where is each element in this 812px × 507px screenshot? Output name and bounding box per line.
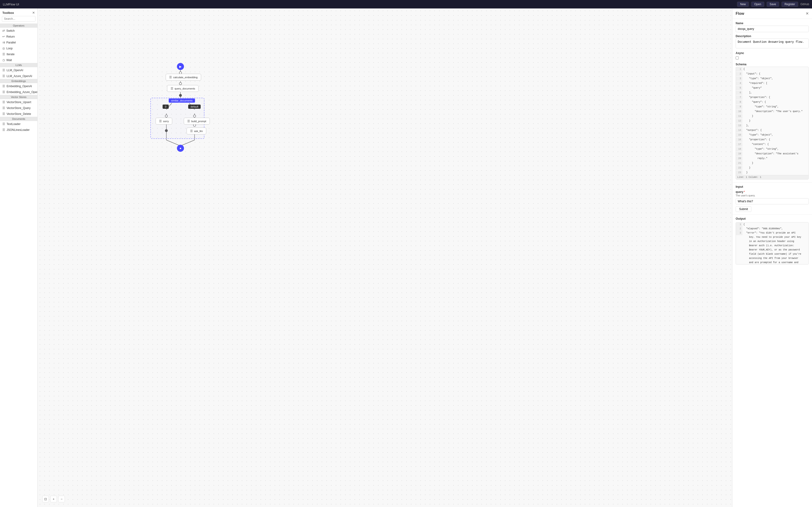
toolbox-item-llm-azure-openai[interactable]: ☰LLM_Azure_OpenAI	[0, 73, 37, 79]
register-button[interactable]: Register	[781, 2, 798, 7]
flow-async-row	[736, 55, 809, 60]
svg-line-17	[166, 140, 180, 146]
new-button[interactable]: New	[737, 2, 749, 7]
llm-azure-openai-icon: ☰	[2, 74, 5, 78]
query-input[interactable]	[736, 198, 809, 205]
toolbox-item-jsonlinesloader[interactable]: ☰JSONLinesLoader	[0, 127, 37, 133]
vectorstore-upsert-icon: ☰	[2, 100, 5, 104]
schema-line-num: 16	[736, 138, 743, 142]
loop-label: Loop	[6, 47, 13, 50]
toolbox-close-button[interactable]: ✕	[32, 11, 35, 14]
node-ask-llm[interactable]: ☰ ask_llm	[186, 127, 206, 134]
schema-line-content: reply."	[743, 157, 768, 161]
node-calculate-embedding[interactable]: ☰ calculate_embedding	[166, 74, 201, 80]
node-similar-documents[interactable]: similar_documents	[169, 99, 195, 103]
github-link[interactable]: GitHub	[801, 3, 809, 6]
node-label: build_prompt	[191, 120, 206, 123]
toolbox-item-vectorstore-delete[interactable]: ☰VectorStore_Delete	[0, 111, 37, 117]
schema-line-num: 4	[736, 81, 743, 86]
schema-line-num: 20	[736, 157, 743, 161]
toolbox-item-loop[interactable]: ◎Loop	[0, 45, 37, 51]
open-button[interactable]: Open	[751, 2, 764, 7]
toolbox-search-input[interactable]	[2, 16, 36, 21]
svg-line-18	[180, 140, 194, 146]
save-button[interactable]: Save	[767, 2, 779, 7]
toolbox-section-embeddings: Embeddings	[0, 79, 37, 83]
canvas-area[interactable]: ▶ ☰ calculate_embedding ☰ query_document…	[38, 8, 732, 507]
main-layout: Toolbox ✕ Operators⇄Switch↩Return⇉Parall…	[0, 8, 812, 507]
input-section: Input query* The user's query. Submit	[732, 182, 812, 214]
flow-desc-textarea[interactable]	[736, 39, 809, 48]
node-label: query_documents	[175, 87, 195, 90]
fit-view-button[interactable]: ⊡	[42, 496, 49, 502]
return-label: Return	[6, 35, 15, 38]
node-branch-default[interactable]: default	[188, 105, 200, 109]
schema-line-content: },	[743, 124, 750, 128]
embedding-openai-label: Embedding_OpenAI	[7, 84, 32, 88]
topbar: LLMFlow UI New Open Save Register GitHub	[0, 0, 812, 8]
toolbox-item-parallel[interactable]: ⇉Parallel	[0, 40, 37, 45]
toolbox-item-textloader[interactable]: ☰TextLoader	[0, 121, 37, 127]
flow-async-label: Async	[736, 51, 809, 55]
node-build-prompt[interactable]: ☰ build_prompt	[184, 118, 210, 124]
schema-line-10: 10 "description": "The user's query."	[736, 109, 808, 114]
schema-line-12: 12 }	[736, 119, 808, 123]
flow-async-checkbox[interactable]	[736, 56, 739, 59]
toolbox-header: Toolbox ✕	[0, 8, 37, 16]
flow-name-label: Name	[736, 21, 809, 25]
switch-icon: ⇄	[2, 29, 5, 33]
vectorstore-delete-label: VectorStore_Delete	[7, 112, 31, 116]
node-query-documents[interactable]: ☰ query_documents	[167, 85, 198, 92]
submit-button[interactable]: Submit	[736, 206, 751, 212]
toolbox-item-vectorstore-upsert[interactable]: ☰VectorStore_Upsert	[0, 99, 37, 105]
schema-line-content: "properties": {	[743, 95, 771, 100]
toolbox-item-iterate[interactable]: ☰Iterate	[0, 51, 37, 57]
schema-line-3: 3 "type": "object",	[736, 76, 808, 81]
schema-line-6: 6 ],	[736, 91, 808, 95]
svg-point-5	[179, 94, 182, 97]
wait-icon: ◷	[2, 58, 5, 62]
schema-line-16: 16 "properties": {	[736, 137, 808, 142]
schema-line-21: 21 }	[736, 161, 808, 166]
toolbox-item-embedding-azure-openai[interactable]: ☰Embedding_Azure_OpenAI	[0, 89, 37, 95]
schema-line-content: "description": "The user's query."	[743, 110, 804, 114]
schema-line-num: 12	[736, 119, 743, 123]
schema-line-num: 15	[736, 133, 743, 137]
schema-editor[interactable]: 1{2 "input": {3 "type": "object",4 "requ…	[736, 67, 809, 179]
flow-panel-close-button[interactable]: ✕	[806, 11, 809, 16]
play-node[interactable]: ▶	[177, 63, 184, 70]
embedding-azure-openai-icon: ☰	[2, 90, 5, 94]
toolbox-item-wait[interactable]: ◷Wait	[0, 57, 37, 63]
flow-connections	[38, 8, 732, 507]
flow-panel-header: Flow ✕	[732, 8, 812, 19]
toolbox-item-return[interactable]: ↩Return	[0, 34, 37, 40]
schema-line-1: 1{	[736, 67, 808, 72]
schema-line-num: 19	[736, 152, 743, 156]
input-section-title: Input	[736, 185, 809, 188]
toolbox-item-vectorstore-query[interactable]: ☰VectorStore_Query	[0, 105, 37, 111]
schema-line-num: 13	[736, 124, 743, 128]
node-label: calculate_embedding	[173, 76, 197, 79]
toolbox-item-embedding-openai[interactable]: ☰Embedding_OpenAI	[0, 83, 37, 89]
zoom-out-button[interactable]: −	[58, 496, 65, 502]
schema-line-15: 15 "type": "object",	[736, 133, 808, 137]
input-field-label: query*	[736, 190, 809, 193]
schema-line-content: "required": [	[743, 81, 768, 86]
schema-line-20: 20 reply."	[736, 156, 808, 161]
node-branch-0[interactable]: 0	[163, 105, 169, 109]
node-icon: ☰	[169, 75, 172, 79]
zoom-in-button[interactable]: +	[50, 496, 57, 502]
flow-panel-title: Flow	[736, 11, 744, 16]
schema-line-content: "query": {	[743, 100, 767, 104]
stop-node[interactable]: ■	[177, 145, 184, 152]
node-sorry[interactable]: ☰ sorry	[156, 118, 172, 124]
schema-line-content: "properties": {	[743, 138, 771, 142]
schema-line-content: "type": "string",	[743, 147, 779, 151]
flow-description-section: Description	[736, 35, 809, 49]
toolbox-item-llm-openai[interactable]: ☰LLM_OpenAI	[0, 67, 37, 73]
toolbox-item-switch[interactable]: ⇄Switch	[0, 28, 37, 34]
schema-line-14: 14 "output": {	[736, 128, 808, 133]
schema-line-13: 13 },	[736, 123, 808, 128]
jsonlinesloader-label: JSONLinesLoader	[7, 128, 30, 131]
flow-name-input[interactable]	[736, 25, 809, 32]
